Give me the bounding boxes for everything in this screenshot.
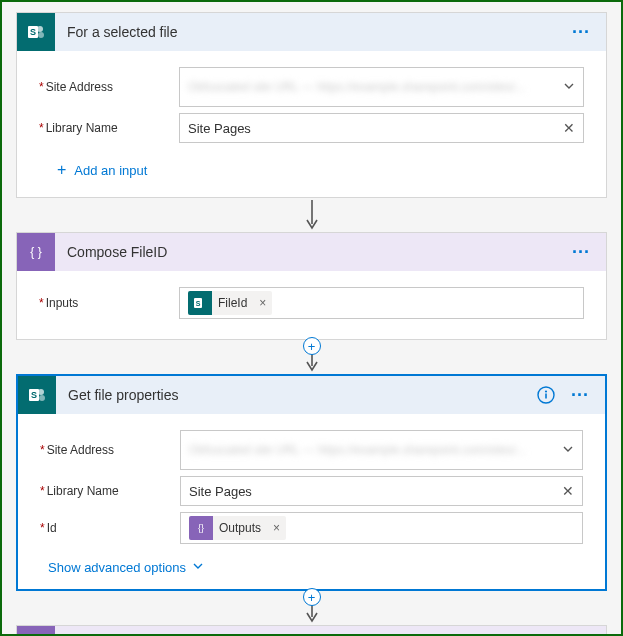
step-get-file-properties: S Get file properties ··· Site Address O… (16, 374, 607, 591)
library-value: Site Pages (189, 484, 558, 499)
svg-text:S: S (196, 300, 201, 307)
site-address-value: Obfuscated site URL — https://example.sh… (188, 79, 559, 96)
library-dropdown[interactable]: Site Pages ✕ (179, 113, 584, 143)
token-fileid[interactable]: S FileId × (188, 291, 272, 315)
svg-point-11 (38, 389, 44, 395)
step-header[interactable]: { } Compose First Published ··· (17, 626, 606, 636)
library-label: Library Name (39, 121, 179, 135)
library-label: Library Name (40, 484, 180, 498)
step-compose-fileid: { } Compose FileID ··· Inputs S FileId × (16, 232, 607, 340)
advanced-label: Show advanced options (48, 560, 186, 575)
svg-text:S: S (31, 390, 37, 400)
step-title: Compose FileID (67, 244, 566, 260)
token-label: FileId (212, 296, 253, 310)
compose-icon: {} (189, 516, 213, 540)
add-input-button[interactable]: + Add an input (39, 149, 584, 183)
svg-point-12 (39, 395, 45, 401)
step-body: Inputs S FileId × (17, 271, 606, 339)
site-address-label: Site Address (40, 443, 180, 457)
connector-arrow: + (16, 591, 607, 625)
svg-text:S: S (30, 27, 36, 37)
step-body: Site Address Obfuscated site URL — https… (18, 414, 605, 589)
step-header[interactable]: S For a selected file ··· (17, 13, 606, 51)
token-outputs[interactable]: {} Outputs × (189, 516, 286, 540)
more-icon[interactable]: ··· (566, 22, 596, 43)
more-icon[interactable]: ··· (566, 242, 596, 263)
step-header[interactable]: S Get file properties ··· (18, 376, 605, 414)
clear-icon[interactable]: ✕ (563, 120, 575, 136)
token-remove-icon[interactable]: × (253, 296, 272, 310)
step-header[interactable]: { } Compose FileID ··· (17, 233, 606, 271)
site-address-dropdown[interactable]: Obfuscated site URL — https://example.sh… (179, 67, 584, 107)
svg-point-14 (545, 390, 547, 392)
inputs-label: Inputs (39, 296, 179, 310)
sharepoint-icon: S (188, 291, 212, 315)
more-icon[interactable]: ··· (565, 385, 595, 406)
connector-arrow (16, 198, 607, 232)
id-label: Id (40, 521, 180, 535)
step-body: Site Address Obfuscated site URL — https… (17, 51, 606, 197)
site-address-value: Obfuscated site URL — https://example.sh… (189, 442, 558, 459)
library-value: Site Pages (188, 121, 559, 136)
inputs-field[interactable]: S FileId × (179, 287, 584, 319)
step-compose-first-published: { } Compose First Published ··· (16, 625, 607, 636)
svg-rect-15 (545, 394, 547, 399)
svg-text:{}: {} (198, 523, 204, 533)
library-dropdown[interactable]: Site Pages ✕ (180, 476, 583, 506)
compose-icon: { } (17, 233, 55, 271)
site-address-dropdown[interactable]: Obfuscated site URL — https://example.sh… (180, 430, 583, 470)
svg-text:{ }: { } (30, 245, 41, 259)
svg-point-3 (38, 32, 44, 38)
chevron-down-icon[interactable] (563, 80, 575, 95)
plus-icon: + (57, 161, 66, 179)
info-icon[interactable] (533, 382, 559, 408)
show-advanced-button[interactable]: Show advanced options (40, 550, 583, 575)
chevron-down-icon[interactable] (562, 443, 574, 458)
compose-icon: { } (17, 626, 55, 636)
svg-point-2 (37, 26, 43, 32)
add-input-label: Add an input (74, 163, 147, 178)
sharepoint-icon: S (17, 13, 55, 51)
site-address-label: Site Address (39, 80, 179, 94)
step-for-selected-file: S For a selected file ··· Site Address O… (16, 12, 607, 198)
token-label: Outputs (213, 521, 267, 535)
clear-icon[interactable]: ✕ (562, 483, 574, 499)
step-title: Get file properties (68, 387, 533, 403)
connector-arrow: + (16, 340, 607, 374)
sharepoint-icon: S (18, 376, 56, 414)
step-title: For a selected file (67, 24, 566, 40)
add-step-button[interactable]: + (303, 588, 321, 606)
add-step-button[interactable]: + (303, 337, 321, 355)
token-remove-icon[interactable]: × (267, 521, 286, 535)
chevron-down-icon (192, 560, 204, 575)
id-field[interactable]: {} Outputs × (180, 512, 583, 544)
